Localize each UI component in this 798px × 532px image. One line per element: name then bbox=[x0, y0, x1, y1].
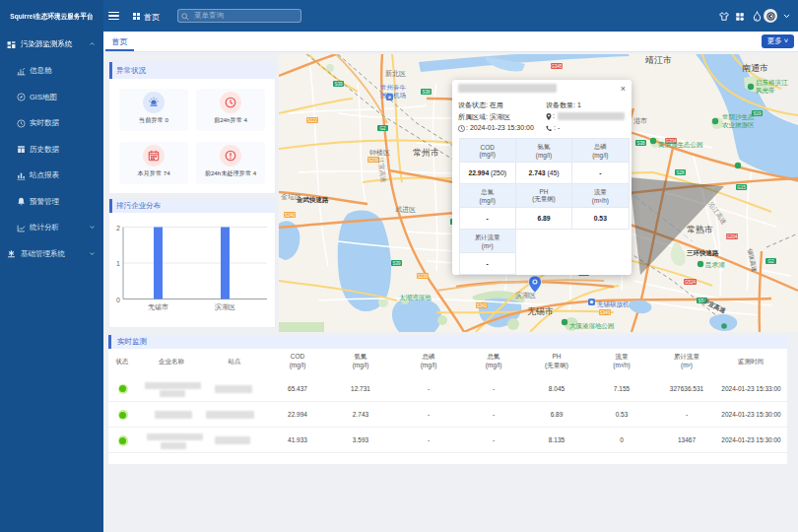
svg-text:新北区: 新北区 bbox=[385, 69, 406, 78]
svg-text:常州奔牛: 常州奔牛 bbox=[380, 84, 407, 91]
svg-text:大溪港湿地公园: 大溪港湿地公园 bbox=[569, 322, 615, 330]
svg-text:滨湖区: 滨湖区 bbox=[215, 302, 235, 311]
svg-text:国际机场: 国际机场 bbox=[380, 92, 406, 100]
svg-text:S39: S39 bbox=[392, 261, 401, 266]
svg-text:S343: S343 bbox=[600, 310, 611, 315]
svg-text:S240: S240 bbox=[285, 213, 296, 218]
svg-text:G204: G204 bbox=[726, 234, 738, 239]
svg-text:G2: G2 bbox=[379, 126, 386, 131]
svg-text:无锡市: 无锡市 bbox=[148, 302, 168, 311]
svg-text:滨湖区: 滨湖区 bbox=[515, 291, 536, 299]
svg-text:S28: S28 bbox=[676, 170, 685, 175]
svg-text:金武快速路: 金武快速路 bbox=[296, 196, 329, 204]
svg-text:2: 2 bbox=[116, 225, 120, 232]
svg-text:S230: S230 bbox=[418, 274, 429, 279]
svg-text:0: 0 bbox=[116, 297, 120, 303]
svg-text:港市: 港市 bbox=[633, 116, 647, 125]
svg-text:太湖湾湿地: 太湖湾湿地 bbox=[399, 294, 432, 301]
svg-text:武进区: 武进区 bbox=[395, 206, 416, 214]
svg-text:G345: G345 bbox=[551, 64, 563, 69]
svg-text:昆承湖: 昆承湖 bbox=[705, 261, 725, 269]
svg-text:S19: S19 bbox=[753, 111, 762, 116]
svg-text:1: 1 bbox=[116, 260, 120, 267]
svg-text:常阴沙生态: 常阴沙生态 bbox=[722, 113, 755, 121]
svg-text:风光带: 风光带 bbox=[756, 87, 775, 95]
svg-text:G15: G15 bbox=[737, 185, 746, 190]
svg-text:S39: S39 bbox=[334, 82, 343, 87]
svg-text:常州市: 常州市 bbox=[413, 148, 439, 158]
svg-text:黄泗浦生态公园: 黄泗浦生态公园 bbox=[658, 141, 703, 149]
svg-text:南通市: 南通市 bbox=[742, 63, 768, 73]
svg-text:钟楼区: 钟楼区 bbox=[368, 149, 390, 157]
svg-text:常熟市: 常熟市 bbox=[687, 225, 713, 234]
svg-text:S38: S38 bbox=[422, 90, 431, 95]
svg-text:靖江市: 靖江市 bbox=[644, 55, 672, 65]
svg-text:S122: S122 bbox=[307, 118, 318, 123]
svg-text:启东裕滨江: 启东裕滨江 bbox=[756, 79, 788, 87]
svg-text:农业旅游区: 农业旅游区 bbox=[721, 121, 755, 129]
svg-text:三环快速路: 三环快速路 bbox=[687, 249, 719, 257]
svg-text:S38: S38 bbox=[636, 141, 645, 146]
svg-text:G2: G2 bbox=[767, 259, 774, 264]
svg-text:S342: S342 bbox=[477, 303, 488, 308]
svg-text:G524: G524 bbox=[685, 280, 697, 285]
svg-text:无锡市: 无锡市 bbox=[527, 306, 554, 316]
